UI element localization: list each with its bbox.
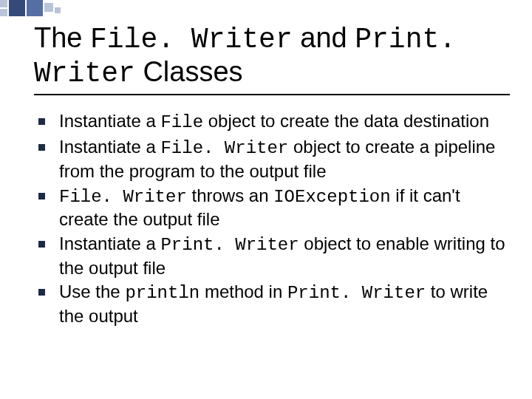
- list-item: Instantiate a File. Writer object to cre…: [34, 136, 510, 183]
- list-item: Instantiate a File object to create the …: [34, 110, 510, 134]
- slide-title: The File. Writer and Print. Writer Class…: [34, 22, 510, 95]
- title-part: The: [34, 22, 90, 53]
- corner-decoration: [0, 0, 68, 22]
- text: throws an: [187, 185, 273, 205]
- code: IOException: [273, 187, 390, 207]
- code: Print. Writer: [287, 283, 426, 303]
- title-part: and: [293, 22, 355, 53]
- code: File. Writer: [160, 138, 288, 158]
- list-item: Instantiate a Print. Writer object to en…: [34, 233, 510, 279]
- code: File: [160, 112, 203, 132]
- bullet-list: Instantiate a File object to create the …: [34, 110, 510, 327]
- title-part: Classes: [135, 56, 243, 87]
- slide-content: The File. Writer and Print. Writer Class…: [34, 22, 510, 330]
- list-item: File. Writer throws an IOException if it…: [34, 185, 510, 231]
- text: Instantiate a: [59, 233, 160, 253]
- text: Use the: [59, 282, 125, 301]
- code: println: [125, 283, 200, 303]
- text: Instantiate a: [59, 111, 160, 131]
- list-item: Use the println method in Print. Writer …: [34, 281, 510, 327]
- code: Print. Writer: [160, 235, 299, 255]
- title-code: File. Writer: [90, 24, 293, 55]
- text: Instantiate a: [59, 137, 160, 157]
- text: method in: [200, 282, 287, 301]
- text: object to create the data destination: [203, 111, 489, 131]
- code: File. Writer: [59, 187, 187, 207]
